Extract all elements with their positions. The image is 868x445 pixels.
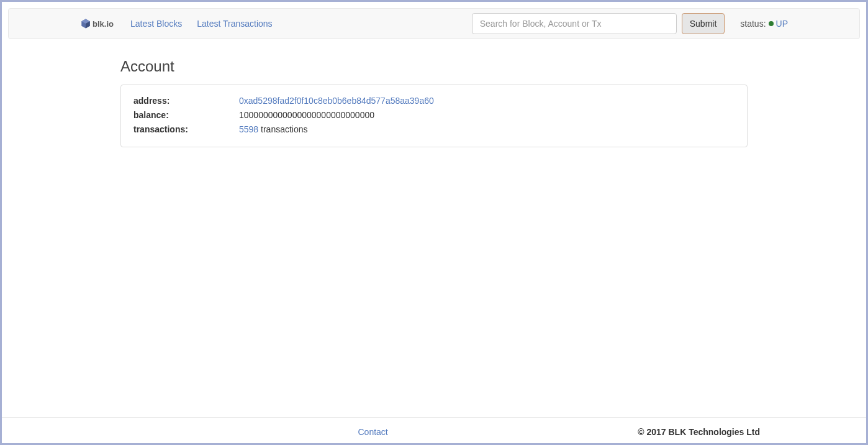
transactions-row: transactions: 5598 transactions (133, 123, 735, 136)
account-panel: address: 0xad5298fad2f0f10c8eb0b6eb84d57… (120, 85, 748, 147)
balance-row: balance: 1000000000000000000000000000 (133, 109, 735, 122)
cube-icon (80, 18, 91, 29)
brand-link[interactable]: blk.io (80, 18, 114, 29)
status-label: status: (740, 19, 766, 29)
status-value[interactable]: UP (776, 19, 788, 29)
contact-link[interactable]: Contact (358, 427, 387, 437)
page-title: Account (120, 58, 748, 75)
balance-label: balance: (133, 109, 239, 122)
navbar: blk.io Latest Blocks Latest Transactions… (8, 8, 860, 39)
address-row: address: 0xad5298fad2f0f10c8eb0b6eb84d57… (133, 94, 735, 108)
address-label: address: (133, 94, 239, 108)
footer: Contact © 2017 BLK Technologies Ltd (2, 417, 866, 443)
nav-links: Latest Blocks Latest Transactions (123, 9, 280, 38)
status-dot-icon (769, 21, 774, 26)
search-input[interactable] (472, 13, 677, 34)
transactions-count-link[interactable]: 5598 (239, 124, 258, 134)
balance-value: 1000000000000000000000000000 (239, 109, 374, 122)
submit-button[interactable]: Submit (682, 13, 725, 34)
address-link[interactable]: 0xad5298fad2f0f10c8eb0b6eb84d577a58aa39a… (239, 96, 434, 106)
nav-latest-transactions[interactable]: Latest Transactions (189, 9, 279, 38)
brand-text: blk.io (93, 19, 114, 29)
copyright: © 2017 BLK Technologies Ltd (638, 427, 760, 437)
transactions-value: 5598 transactions (239, 123, 308, 136)
transactions-label: transactions: (133, 123, 239, 136)
search-form: Submit (472, 13, 725, 34)
nav-latest-blocks[interactable]: Latest Blocks (123, 9, 189, 38)
status: status: UP (740, 19, 788, 29)
